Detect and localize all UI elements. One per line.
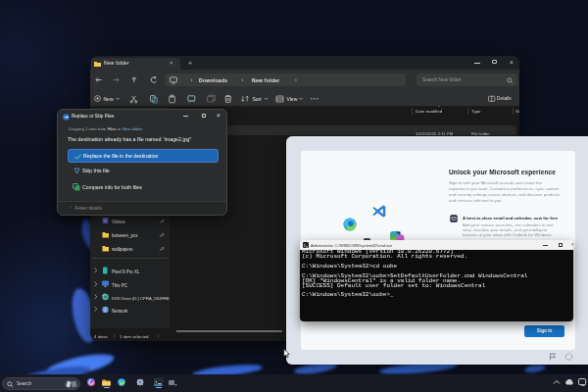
svg-text:between_pcs: between_pcs bbox=[112, 233, 138, 238]
svg-text:Videos: Videos bbox=[112, 220, 125, 224]
svg-text:New: New bbox=[104, 96, 114, 102]
svg-text:View: View bbox=[287, 96, 298, 102]
svg-text:Sort: Sort bbox=[253, 96, 263, 102]
svg-text:This PC: This PC bbox=[112, 283, 128, 288]
svg-text:DVD Drive (D:) CPRA_X64FRE_: DVD Drive (D:) CPRA_X64FRE_ bbox=[112, 296, 170, 301]
svg-text:Details: Details bbox=[497, 96, 512, 101]
svg-text:Pixel 9 Pro XL: Pixel 9 Pro XL bbox=[112, 270, 140, 274]
svg-text:wallpapers: wallpapers bbox=[112, 247, 133, 252]
svg-text:Network: Network bbox=[112, 309, 128, 314]
